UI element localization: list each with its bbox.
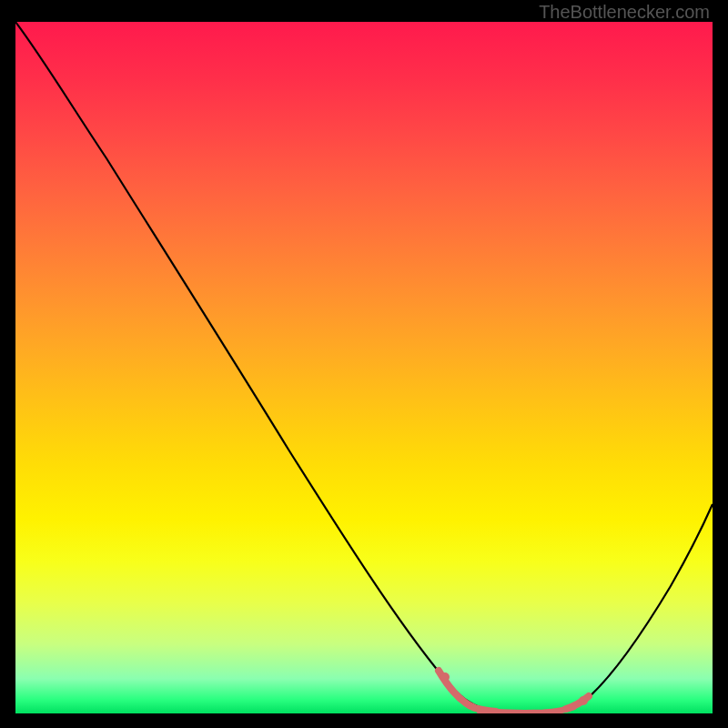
highlight-dot-left: [440, 672, 450, 682]
bottleneck-curve-svg: [15, 22, 713, 713]
attribution-text: TheBottlenecker.com: [539, 2, 710, 23]
chart-plot-area: [15, 22, 713, 713]
bottleneck-curve-path: [15, 22, 713, 713]
highlight-dot-right: [579, 696, 588, 705]
